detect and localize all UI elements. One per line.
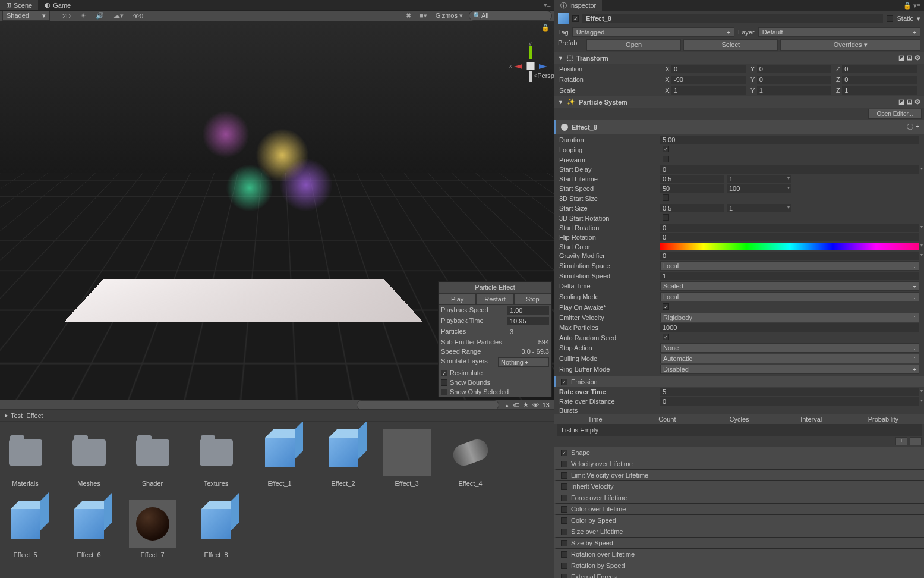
module-checkbox[interactable] <box>561 551 567 558</box>
pos-z-field[interactable]: 0 <box>842 65 917 73</box>
asset-item[interactable]: Materials <box>0 429 51 487</box>
module-checkbox[interactable] <box>561 461 567 467</box>
emission-checkbox[interactable]: ✓ <box>561 379 567 385</box>
asset-item[interactable]: Effect_1 <box>254 429 305 487</box>
prop-dropdown[interactable]: Local÷ <box>660 292 919 301</box>
tab-inspector[interactable]: ⓘInspector <box>554 0 602 11</box>
tools-icon[interactable]: ✖ <box>403 12 414 20</box>
shading-mode-dropdown[interactable]: Shaded ▾ <box>2 11 50 21</box>
rate-over-distance-field[interactable]: 0 <box>660 397 919 406</box>
scene-search[interactable]: 🔍All <box>469 11 552 21</box>
module-header[interactable]: Size over Lifetime <box>554 526 924 537</box>
restart-button[interactable]: Restart <box>476 293 513 305</box>
asset-item[interactable]: Meshes <box>64 429 114 487</box>
prop-field[interactable]: 100 <box>727 184 791 193</box>
open-editor-button[interactable]: Open Editor... <box>868 109 922 119</box>
module-checkbox[interactable] <box>561 517 567 524</box>
prop-field[interactable]: 0 <box>660 165 919 174</box>
perspective-label[interactable]: <Persp <box>534 72 554 79</box>
module-checkbox[interactable] <box>561 563 567 569</box>
hidden-toggle[interactable]: 👁0 <box>131 12 146 20</box>
prop-field[interactable]: 0.5 <box>660 175 724 183</box>
rot-y-field[interactable]: 0 <box>757 76 832 84</box>
filter-icon[interactable]: ⬥ <box>505 401 509 409</box>
breadcrumb[interactable]: ▸ Test_Effect <box>0 410 554 422</box>
start-color-field[interactable] <box>660 243 919 250</box>
simulate-layers-dropdown[interactable]: Nothing ÷ <box>498 357 549 367</box>
tab-scene[interactable]: ⊞Scene <box>0 0 38 10</box>
scl-y-field[interactable]: 1 <box>757 86 832 95</box>
tab-game[interactable]: ◐Game <box>39 0 77 10</box>
prop-dropdown[interactable]: Local÷ <box>660 261 919 271</box>
prop-field[interactable]: 0 <box>660 224 919 232</box>
gear-icon[interactable]: ⚙ <box>914 98 920 106</box>
asset-item[interactable]: Effect_3 <box>381 429 432 487</box>
playback-speed-field[interactable]: 1.00 <box>507 306 549 315</box>
fx-toggle[interactable]: ☁▾ <box>111 12 126 20</box>
module-checkbox[interactable] <box>561 540 567 546</box>
module-checkbox[interactable] <box>561 483 567 490</box>
prop-checkbox[interactable] <box>663 214 669 221</box>
camera-icon[interactable]: ■▾ <box>417 12 430 20</box>
prop-field[interactable]: 1000 <box>660 323 919 332</box>
audio-toggle[interactable]: 🔊 <box>93 12 106 20</box>
module-header[interactable]: Color by Speed <box>554 514 924 526</box>
particle-system-header[interactable]: ▼✨ Particle System ◪⊡⚙ <box>554 96 924 108</box>
rot-x-field[interactable]: -90 <box>671 76 746 84</box>
label-icon[interactable]: 🏷 <box>513 401 519 409</box>
asset-item[interactable]: Effect_5 <box>0 500 51 558</box>
static-checkbox[interactable] <box>887 15 893 22</box>
scl-x-field[interactable]: 1 <box>671 86 746 95</box>
preset-icon[interactable]: ⊡ <box>907 54 912 62</box>
static-dropdown[interactable]: ▾ <box>917 15 920 23</box>
prop-field[interactable]: 5.00 <box>660 136 919 144</box>
asset-item[interactable]: Effect_4 <box>445 429 496 487</box>
rot-z-field[interactable]: 0 <box>842 76 917 84</box>
transform-header[interactable]: ▼⬚ Transform ◪⊡⚙ <box>554 52 924 64</box>
prop-field[interactable]: 1 <box>727 204 791 212</box>
prop-dropdown[interactable]: Disabled÷ <box>660 365 919 374</box>
tab-menu-icon[interactable]: ▾≡ <box>544 1 554 9</box>
module-header[interactable]: Inherit Velocity <box>554 480 924 492</box>
prop-field[interactable]: 50 <box>660 184 724 193</box>
project-search[interactable] <box>357 400 499 410</box>
prop-field[interactable]: 0 <box>660 252 919 260</box>
show-only-selected-checkbox[interactable] <box>441 389 447 395</box>
play-button[interactable]: Play <box>439 293 476 305</box>
prop-dropdown[interactable]: Rigidbody÷ <box>660 313 919 322</box>
module-checkbox[interactable]: ✓ <box>561 450 567 456</box>
module-header[interactable]: External Forces <box>554 571 924 578</box>
asset-item[interactable]: Textures <box>191 429 241 487</box>
prop-dropdown[interactable]: None÷ <box>660 343 919 353</box>
asset-item[interactable]: Effect_7 <box>127 500 178 558</box>
tag-dropdown[interactable]: Untagged÷ <box>572 27 734 37</box>
gear-icon[interactable]: ⚙ <box>914 54 920 62</box>
preset-icon[interactable]: ⊡ <box>907 98 912 106</box>
help-icon[interactable]: ◪ <box>898 54 904 62</box>
show-bounds-checkbox[interactable] <box>441 379 447 386</box>
pos-x-field[interactable]: 0 <box>671 65 746 73</box>
playback-time-field[interactable]: 10.95 <box>507 317 549 325</box>
module-checkbox[interactable] <box>561 472 567 479</box>
prop-dropdown[interactable]: Scaled÷ <box>660 281 919 291</box>
object-name-field[interactable]: Effect_8 <box>582 14 883 23</box>
module-header[interactable]: Color over Lifetime <box>554 503 924 514</box>
prop-field[interactable]: 1 <box>727 175 791 183</box>
module-header[interactable]: Rotation over Lifetime <box>554 548 924 560</box>
asset-item[interactable]: Effect_6 <box>64 500 114 558</box>
plus-icon[interactable]: + <box>916 122 919 131</box>
prop-field[interactable]: 0 <box>660 233 919 241</box>
module-checkbox[interactable] <box>561 506 567 513</box>
asset-item[interactable]: Effect_2 <box>318 429 368 487</box>
module-header[interactable]: Size by Speed <box>554 537 924 548</box>
star-icon[interactable]: ★ <box>523 401 529 409</box>
emission-module-header[interactable]: ✓ Emission <box>554 376 924 387</box>
resimulate-checkbox[interactable] <box>441 370 447 376</box>
remove-burst-button[interactable]: − <box>910 437 922 445</box>
module-header[interactable]: Velocity over Lifetime <box>554 458 924 469</box>
prop-dropdown[interactable]: Automatic÷ <box>660 354 919 363</box>
module-header[interactable]: Force over Lifetime <box>554 492 924 503</box>
asset-item[interactable]: Effect_8 <box>191 500 241 558</box>
module-header[interactable]: ✓Shape <box>554 447 924 458</box>
module-header[interactable]: Limit Velocity over Lifetime <box>554 469 924 480</box>
